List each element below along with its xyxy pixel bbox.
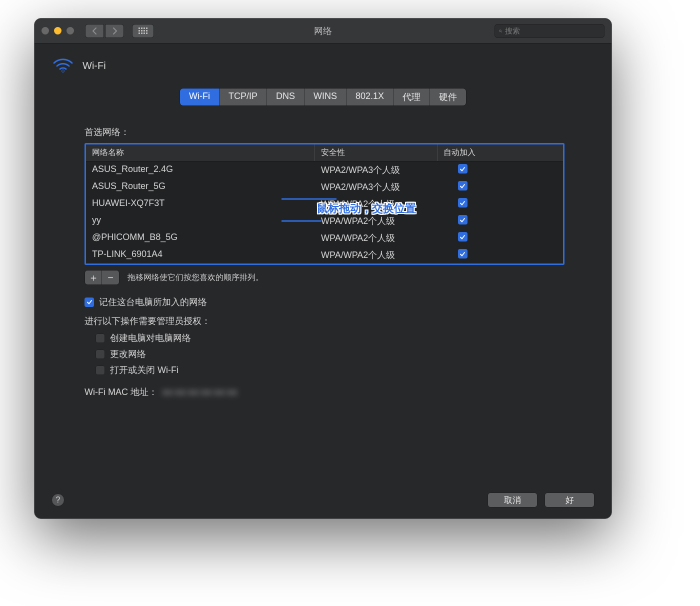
svg-rect-1 xyxy=(141,28,142,29)
wifi-title: Wi-Fi xyxy=(82,60,106,72)
nav-buttons xyxy=(85,24,124,38)
table-row[interactable]: @PHICOMM_B8_5G WPA/WPA2个人级 xyxy=(86,230,563,246)
tab-dns[interactable]: DNS xyxy=(267,88,304,106)
table-row[interactable]: yy WPA/WPA2个人级 xyxy=(86,212,563,230)
table-row[interactable]: ASUS_Router_5G WPA2/WPA3个人级 xyxy=(86,178,563,196)
table-header: 网络名称 安全性 自动加入 xyxy=(86,144,563,162)
admin-create-adhoc-checkbox[interactable] xyxy=(96,334,105,343)
cancel-button[interactable]: 取消 xyxy=(488,492,538,508)
auto-join-checkbox[interactable] xyxy=(458,198,468,208)
tab-8021x[interactable]: 802.1X xyxy=(346,88,394,106)
svg-point-14 xyxy=(62,70,64,72)
remember-networks-label: 记住这台电脑所加入的网络 xyxy=(99,296,207,308)
forward-button[interactable] xyxy=(105,24,124,38)
svg-rect-9 xyxy=(141,32,142,34)
content: Wi-Fi Wi-Fi TCP/IP DNS WINS 802.1X 代理 硬件… xyxy=(34,44,612,518)
svg-line-13 xyxy=(501,31,502,32)
tab-wins[interactable]: WINS xyxy=(304,88,346,106)
search-field[interactable] xyxy=(494,24,604,38)
cell-name: @PHICOMM_B8_5G xyxy=(86,231,315,245)
col-auto-join[interactable]: 自动加入 xyxy=(438,144,488,161)
cell-security: WPA/WPA2个人级 xyxy=(315,248,438,262)
svg-rect-0 xyxy=(138,28,140,29)
auto-join-checkbox[interactable] xyxy=(458,249,468,258)
titlebar: 网络 xyxy=(34,18,612,44)
svg-rect-5 xyxy=(141,30,142,32)
remember-networks-checkbox[interactable] xyxy=(84,298,94,307)
mac-address-value: xx:xx:xx:xx:xx:xx xyxy=(162,387,238,398)
table-row[interactable]: ASUS_Router_2.4G WPA2/WPA3个人级 xyxy=(86,162,563,178)
tab-proxy[interactable]: 代理 xyxy=(394,88,430,106)
svg-rect-11 xyxy=(146,32,148,34)
minimize-button[interactable] xyxy=(54,27,62,34)
cell-name: yy xyxy=(86,214,315,228)
table-row[interactable]: HUAWEI-XQ7F3T WPA/WPA2个人级 xyxy=(86,196,563,212)
search-input[interactable] xyxy=(505,26,600,35)
cell-name: TP-LINK_6901A4 xyxy=(86,248,315,262)
cell-name: HUAWEI-XQ7F3T xyxy=(86,197,315,211)
svg-rect-2 xyxy=(144,28,145,29)
admin-required-label: 进行以下操作需要管理员授权： xyxy=(84,315,564,327)
col-name[interactable]: 网络名称 xyxy=(86,144,315,161)
add-remove-buttons: ＋ − xyxy=(84,270,120,285)
cell-security: WPA/WPA2个人级 xyxy=(315,231,438,245)
remove-network-button[interactable]: − xyxy=(102,270,119,284)
admin-toggle-wifi-checkbox[interactable] xyxy=(96,366,105,375)
svg-rect-3 xyxy=(146,28,148,29)
ok-button[interactable]: 好 xyxy=(544,492,594,508)
search-icon xyxy=(499,28,502,34)
wifi-tab-body: 首选网络： 网络名称 安全性 自动加入 ASUS_Router_2.4G WPA… xyxy=(84,126,564,398)
back-button[interactable] xyxy=(85,24,104,38)
cell-security: WPA/WPA2个人级 xyxy=(315,197,438,211)
admin-options: 创建电脑对电脑网络 更改网络 打开或关闭 Wi-Fi xyxy=(96,332,564,376)
svg-rect-6 xyxy=(144,30,145,32)
admin-create-adhoc-label: 创建电脑对电脑网络 xyxy=(110,332,191,344)
tab-wifi[interactable]: Wi-Fi xyxy=(180,88,220,106)
auto-join-checkbox[interactable] xyxy=(458,232,468,242)
help-button[interactable]: ? xyxy=(52,494,64,506)
cell-name: ASUS_Router_2.4G xyxy=(86,163,315,177)
tabs: Wi-Fi TCP/IP DNS WINS 802.1X 代理 硬件 xyxy=(180,88,466,106)
svg-rect-8 xyxy=(138,32,140,34)
wifi-header: Wi-Fi xyxy=(52,56,594,75)
table-row[interactable]: TP-LINK_6901A4 WPA/WPA2个人级 xyxy=(86,246,563,264)
svg-rect-7 xyxy=(146,30,148,32)
network-wifi-advanced-window: 网络 Wi-Fi Wi-Fi TCP xyxy=(34,18,612,519)
svg-rect-4 xyxy=(138,30,140,32)
svg-rect-10 xyxy=(144,32,145,34)
preferred-networks-label: 首选网络： xyxy=(84,126,564,138)
auto-join-checkbox[interactable] xyxy=(458,164,468,174)
maximize-button[interactable] xyxy=(66,27,74,34)
close-button[interactable] xyxy=(42,27,49,34)
tab-tcpip[interactable]: TCP/IP xyxy=(220,88,267,106)
add-network-button[interactable]: ＋ xyxy=(85,270,102,284)
admin-toggle-wifi-label: 打开或关闭 Wi-Fi xyxy=(110,364,178,376)
footer: ? 取消 好 xyxy=(52,480,594,508)
auto-join-checkbox[interactable] xyxy=(458,215,468,224)
cell-name: ASUS_Router_5G xyxy=(86,180,315,194)
reorder-hint: 拖移网络使它们按您喜欢的顺序排列。 xyxy=(128,272,264,283)
show-all-button[interactable] xyxy=(132,24,154,38)
mac-address-label: Wi-Fi MAC 地址： xyxy=(84,386,158,398)
cell-security: WPA/WPA2个人级 xyxy=(315,214,438,228)
cell-security: WPA2/WPA3个人级 xyxy=(315,163,438,177)
cell-security: WPA2/WPA3个人级 xyxy=(315,180,438,194)
admin-change-network-checkbox[interactable] xyxy=(96,350,105,359)
preferred-networks-table[interactable]: 网络名称 安全性 自动加入 ASUS_Router_2.4G WPA2/WPA3… xyxy=(84,143,564,265)
col-security[interactable]: 安全性 xyxy=(315,144,438,161)
auto-join-checkbox[interactable] xyxy=(458,181,468,190)
traffic-lights xyxy=(42,27,74,34)
wifi-icon xyxy=(52,56,74,75)
tab-hardware[interactable]: 硬件 xyxy=(430,88,466,106)
admin-change-network-label: 更改网络 xyxy=(110,348,146,360)
